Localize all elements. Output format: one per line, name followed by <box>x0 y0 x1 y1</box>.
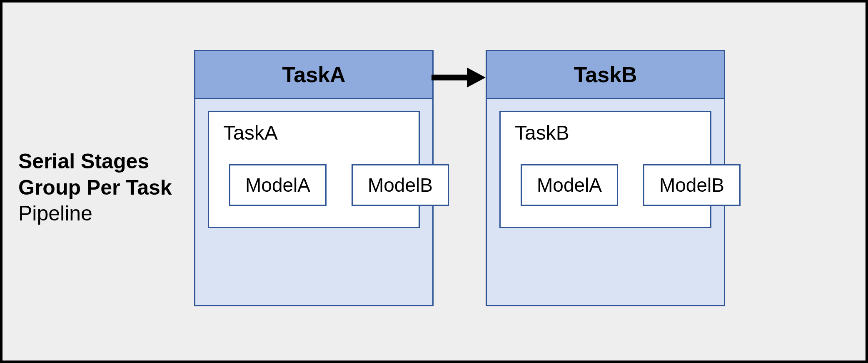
stage-task-a-inner: TaskA ModelA ModelB <box>208 111 420 228</box>
stage-task-a-model-b: ModelB <box>352 164 449 206</box>
stage-task-a-inner-title: TaskA <box>223 121 407 144</box>
stage-task-a-header: TaskA <box>195 51 432 99</box>
stage-task-b-model-b: ModelB <box>643 164 741 206</box>
caption-line-3: Pipeline <box>18 200 172 227</box>
stage-task-b-body: TaskB ModelA ModelB <box>487 99 724 242</box>
stage-task-b: TaskB TaskB ModelA ModelB <box>486 50 725 306</box>
stage-task-a-models: ModelA ModelB <box>221 164 407 206</box>
arrow-icon <box>432 65 486 90</box>
stage-task-b-inner: TaskB ModelA ModelB <box>499 111 711 228</box>
diagram-caption: Serial Stages Group Per Task Pipeline <box>18 148 172 227</box>
stage-task-b-inner-title: TaskB <box>515 121 698 144</box>
stage-task-b-models: ModelA ModelB <box>512 164 698 206</box>
caption-line-2: Group Per Task <box>18 175 172 201</box>
stage-task-a-body: TaskA ModelA ModelB <box>195 99 432 242</box>
svg-marker-1 <box>467 68 486 88</box>
stage-task-b-header: TaskB <box>487 51 724 99</box>
stage-task-b-model-a: ModelA <box>521 164 618 206</box>
caption-line-1: Serial Stages <box>18 148 172 175</box>
stage-task-a-model-a: ModelA <box>229 164 327 206</box>
stage-task-a: TaskA TaskA ModelA ModelB <box>194 50 434 306</box>
diagram-frame: Serial Stages Group Per Task Pipeline Ta… <box>0 0 868 363</box>
